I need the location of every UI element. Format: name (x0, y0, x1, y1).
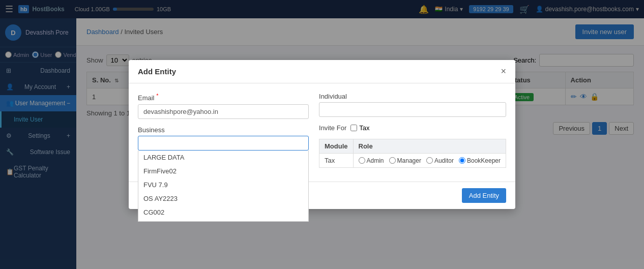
modal-left-panel: Email * Business LARGE DATA FirmFive02 F… (138, 93, 309, 172)
add-entity-button[interactable]: Add Entity (462, 188, 506, 203)
modal-header: Add Entity × (129, 60, 515, 83)
role-manager-radio[interactable] (389, 157, 396, 164)
business-dropdown-container: LARGE DATA FirmFive02 FVU 7.9 OS AY2223 … (138, 136, 309, 151)
add-entity-modal: Add Entity × Email * Business (129, 60, 515, 208)
module-role-row: Tax Admin Manager (319, 154, 506, 168)
individual-label: Individual (319, 93, 506, 100)
role-options: Admin Manager Auditor (359, 157, 501, 164)
module-cell: Tax (319, 154, 354, 168)
individual-input[interactable] (319, 102, 506, 117)
role-manager-option[interactable]: Manager (389, 157, 421, 164)
role-bookkeeper-label: BookKeeper (467, 157, 501, 164)
tax-checkbox[interactable] (350, 125, 357, 131)
modal-right-panel: Individual Invite For Tax Module Role (319, 93, 506, 172)
invite-for-right-label: Invite For (319, 124, 346, 132)
dropdown-option-large-data[interactable]: LARGE DATA (138, 151, 308, 164)
email-input[interactable] (138, 104, 309, 119)
modal-title: Add Entity (138, 67, 176, 76)
role-bookkeeper-option[interactable]: BookKeeper (459, 157, 501, 164)
invite-for-right-group: Invite For Tax (319, 124, 506, 132)
email-label: Email * (138, 93, 309, 102)
dropdown-option-cg001[interactable]: CG001 (138, 219, 308, 222)
individual-group: Individual (319, 93, 506, 117)
role-admin-radio-modal[interactable] (359, 157, 365, 164)
dropdown-option-os[interactable]: OS AY2223 (138, 192, 308, 205)
role-auditor-option[interactable]: Auditor (426, 157, 454, 164)
modal-overlay[interactable]: Add Entity × Email * Business (0, 0, 644, 269)
email-group: Email * (138, 93, 309, 118)
modal-close-button[interactable]: × (501, 66, 506, 77)
business-label: Business (138, 126, 309, 134)
role-manager-label: Manager (397, 157, 421, 164)
business-group: Business LARGE DATA FirmFive02 FVU 7.9 O… (138, 126, 309, 151)
tax-label: Tax (359, 124, 369, 132)
module-role-header: Module Role (319, 139, 506, 154)
role-admin-option[interactable]: Admin (359, 157, 384, 164)
role-auditor-radio[interactable] (426, 157, 433, 164)
tax-checkbox-label[interactable]: Tax (350, 124, 369, 132)
modal-body: Email * Business LARGE DATA FirmFive02 F… (129, 83, 515, 181)
dropdown-option-cg002[interactable]: CG002 (138, 205, 308, 219)
role-admin-label: Admin (367, 157, 384, 164)
role-cell: Admin Manager Auditor (353, 154, 506, 168)
dropdown-option-fvu[interactable]: FVU 7.9 (138, 178, 308, 192)
role-col-header: Role (353, 139, 506, 154)
role-bookkeeper-radio[interactable] (459, 157, 465, 164)
module-role-table: Module Role Tax Admin (319, 139, 506, 168)
module-col-header: Module (319, 139, 354, 154)
dropdown-option-firmfive02[interactable]: FirmFive02 (138, 164, 308, 178)
business-dropdown-input[interactable] (138, 136, 309, 151)
business-dropdown-list: LARGE DATA FirmFive02 FVU 7.9 OS AY2223 … (138, 151, 309, 222)
role-auditor-label: Auditor (434, 157, 454, 164)
